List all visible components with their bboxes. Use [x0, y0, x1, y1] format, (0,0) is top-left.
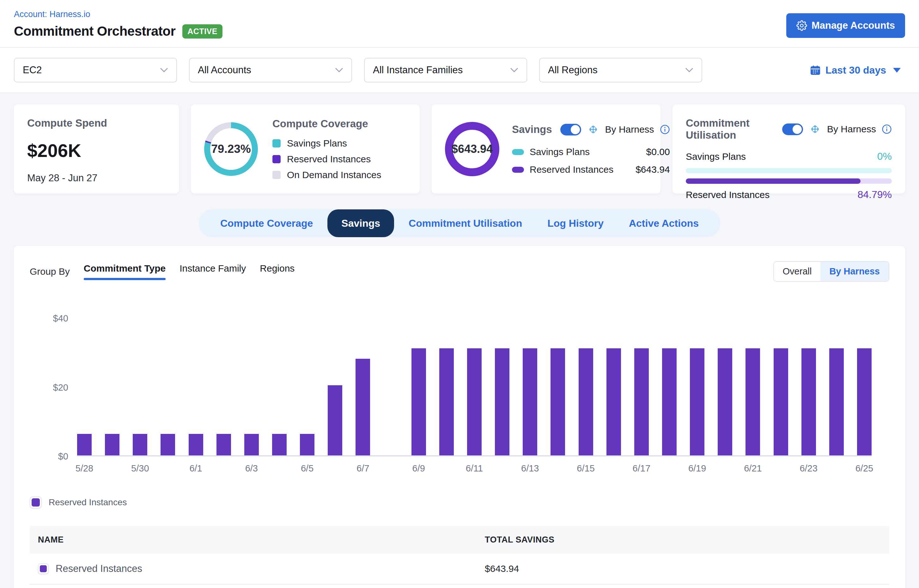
bar-6/18[interactable]: [662, 348, 677, 456]
harness-logo-icon: [587, 123, 600, 136]
on-demand-swatch: [272, 171, 280, 179]
bar-5/30[interactable]: [133, 434, 147, 456]
reserved-instances-swatch: [272, 155, 280, 163]
bar-slot-6/16: [606, 318, 621, 456]
chevron-down-icon: [510, 68, 518, 73]
tab-log-history[interactable]: Log History: [536, 218, 614, 229]
tab-active-actions[interactable]: Active Actions: [618, 218, 710, 229]
utilisation-reserved-instances-label: Reserved Instances: [686, 189, 770, 200]
bar-slot-6/4: [272, 318, 287, 456]
group-tab-commitment-type[interactable]: Commitment Type: [84, 263, 165, 280]
legend-item-on-demand: On Demand Instances: [272, 170, 407, 180]
legend-item-reserved-instances: Reserved Instances: [272, 154, 407, 165]
bar-slot-6/3: [244, 318, 259, 456]
bar-6/17[interactable]: [634, 348, 649, 456]
bar-slot-6/11: [467, 318, 481, 456]
bar-6/11[interactable]: [467, 348, 481, 456]
bar-6/9[interactable]: [412, 348, 426, 456]
bar-slot-6/1: [189, 318, 203, 456]
bar-6/2[interactable]: [217, 434, 231, 456]
row-name: Reserved Instances: [56, 563, 142, 574]
x-tick-label: 6/15: [579, 463, 593, 474]
bar-slot-6/5: [300, 318, 314, 456]
bar-6/21[interactable]: [746, 348, 760, 456]
x-tick-label: 6/11: [467, 463, 481, 474]
reserved-instances-utilisation-bar: [686, 178, 892, 184]
bar-slot-6/15: [579, 318, 593, 456]
bar-6/15[interactable]: [579, 348, 593, 456]
view-toggle-overall[interactable]: Overall: [774, 262, 821, 281]
table-row[interactable]: Reserved Instances $643.94: [30, 554, 889, 585]
bar-6/12[interactable]: [495, 348, 509, 456]
reserved-instances-legend-checkbox[interactable]: [30, 496, 42, 509]
tab-savings[interactable]: Savings: [327, 209, 394, 237]
compute-spend-value: $206K: [27, 140, 165, 161]
compute-coverage-card: 79.23% Compute Coverage Savings Plans Re…: [191, 105, 420, 194]
main-tab-bar: Compute Coverage Savings Commitment Util…: [199, 209, 720, 237]
y-tick-label: $40: [53, 313, 68, 324]
bar-6/25[interactable]: [857, 348, 872, 456]
group-tab-regions[interactable]: Regions: [260, 263, 295, 280]
x-tick-label: 6/7: [355, 463, 370, 474]
bar-5/28[interactable]: [77, 434, 92, 456]
x-tick-label: [606, 463, 621, 474]
savings-row-label: Reserved Instances: [530, 164, 613, 175]
bar-6/7[interactable]: [355, 359, 370, 456]
bar-6/13[interactable]: [523, 348, 537, 456]
bar-6/3[interactable]: [244, 434, 259, 456]
x-tick-label: 6/13: [523, 463, 537, 474]
savings-plans-utilisation-bar: [686, 168, 892, 173]
bar-6/22[interactable]: [774, 348, 788, 456]
tab-compute-coverage[interactable]: Compute Coverage: [209, 218, 324, 229]
bar-slot-6/20: [718, 318, 732, 456]
bar-slot-5/30: [133, 318, 147, 456]
savings-title: Savings: [512, 123, 552, 136]
bar-6/14[interactable]: [551, 348, 565, 456]
utilisation-by-harness-toggle[interactable]: [782, 123, 803, 135]
x-tick-label: 5/28: [77, 463, 92, 474]
bar-slot-6/13: [523, 318, 537, 456]
info-icon[interactable]: [882, 124, 892, 134]
bar-6/19[interactable]: [690, 348, 704, 456]
savings-row-label: Savings Plans: [530, 147, 590, 157]
bar-6/6[interactable]: [328, 385, 342, 456]
group-tab-instance-family[interactable]: Instance Family: [180, 263, 246, 280]
gear-icon: [796, 20, 807, 31]
chevron-down-icon: [160, 68, 168, 73]
tab-commitment-utilisation[interactable]: Commitment Utilisation: [398, 218, 533, 229]
info-icon[interactable]: [660, 124, 670, 134]
y-tick-label: $20: [53, 382, 68, 393]
bar-slot-6/8: [384, 318, 398, 456]
accounts-select[interactable]: All Accounts: [189, 58, 352, 82]
savings-donut-chart: $643.94: [445, 122, 499, 176]
harness-logo-icon: [809, 123, 821, 136]
bar-slot-5/29: [105, 318, 120, 456]
bar-6/20[interactable]: [718, 348, 732, 456]
bar-slot-5/28: [77, 318, 92, 456]
x-tick-label: [105, 463, 120, 474]
savings-by-harness-toggle[interactable]: [560, 124, 581, 136]
calendar-icon: [810, 65, 821, 76]
bar-6/4[interactable]: [272, 434, 287, 456]
bar-slot-6/9: [412, 318, 426, 456]
bar-6/5[interactable]: [300, 434, 314, 456]
date-range-picker[interactable]: Last 30 days: [810, 65, 905, 76]
utilisation-by-harness-label: By Harness: [827, 124, 876, 134]
bar-6/16[interactable]: [606, 348, 621, 456]
savings-total: $643.94: [452, 142, 493, 156]
x-tick-label: 6/19: [690, 463, 704, 474]
bar-6/1[interactable]: [189, 434, 203, 456]
bar-5/29[interactable]: [105, 434, 120, 456]
regions-select[interactable]: All Regions: [539, 58, 702, 82]
instance-families-select[interactable]: All Instance Families: [364, 58, 527, 82]
page-title: Commitment Orchestrator: [14, 24, 175, 39]
view-toggle-by-harness[interactable]: By Harness: [820, 262, 889, 281]
bar-6/10[interactable]: [439, 348, 454, 456]
account-link[interactable]: Account: Harness.io: [14, 10, 222, 19]
manage-accounts-button[interactable]: Manage Accounts: [786, 13, 905, 38]
bar-6/23[interactable]: [801, 348, 816, 456]
bar-5/31[interactable]: [160, 434, 175, 456]
row-checkbox[interactable]: [38, 563, 49, 574]
service-select[interactable]: EC2: [14, 58, 177, 82]
bar-6/24[interactable]: [829, 348, 844, 456]
